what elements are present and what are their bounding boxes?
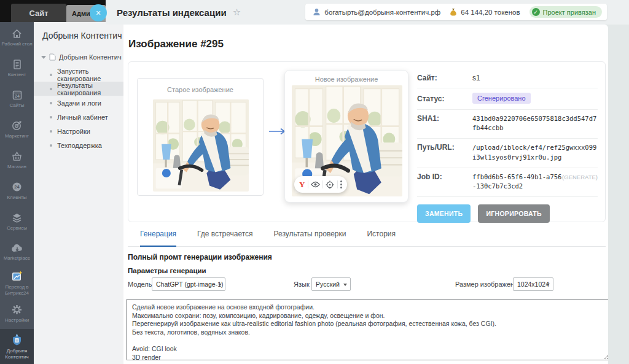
detail-value-site: s1 [472,74,598,82]
sidebar-item-label: Клиенты [6,195,28,201]
tab-generation[interactable]: Генерация [140,230,176,247]
layers-icon [11,212,23,223]
menu-item-support[interactable]: Техподдержка [34,138,123,152]
close-tab-button[interactable]: × [90,4,107,21]
bitrix24-transition-icon [11,270,23,282]
menu-item-tasks-logs[interactable]: Задачи и логи [34,96,123,110]
sidebar-item-desktop[interactable]: Рабочий стол [0,22,34,53]
user-email: богатырть@добрыня-контентич.рф [324,9,440,16]
image-heading: Изображение #295 [128,38,224,50]
sidebar-item-label: Магазин [6,164,28,170]
svg-text:24: 24 [14,184,20,190]
menu-item-scan-results[interactable]: Результаты сканирования [34,82,123,96]
bullet-icon [50,102,52,104]
menu-item-run-scan[interactable]: Запустить сканирование [34,68,123,82]
page-icon [49,53,56,61]
sidebar-item-dobrynya[interactable]: Добрыня Контентич [0,329,34,364]
tab-site-label: Сайт [29,9,48,18]
sidebar-item-settings[interactable]: Настройки [0,298,34,329]
detail-row-jobid: Job ID: ffb0d6b5-65f6-49b1-a756-130c7b7c… [417,168,598,197]
sidebar-item-marketplace[interactable]: Marketplace [0,237,34,268]
sidebar-item-sites[interactable]: 24 Сайты [0,83,34,114]
divider [337,180,338,188]
generation-params-form: Модель ChatGPT (gpt-image-1) Язык Русски… [126,277,605,292]
token-balance-text: 64 144,20 токенов [461,9,520,16]
main-sidebar: Рабочий стол Контент 24 Сайты Маркетинг … [0,22,34,364]
tab-site[interactable]: Сайт [11,4,66,22]
chevron-down-icon [343,284,347,286]
tab-occurrences[interactable]: Где встречается [197,230,252,246]
yandex-icon[interactable]: Y [299,180,305,190]
sidebar-item-label: Настройки [4,317,30,323]
svg-text:24: 24 [15,94,20,98]
old-image-card: Старое изображение [137,78,264,196]
photo-illustration [153,99,249,192]
language-select[interactable]: Русский [311,277,351,291]
bullet-icon [50,130,52,133]
model-select[interactable]: ChatGPT (gpt-image-1) [152,277,225,291]
kebab-menu-icon[interactable] [340,184,342,185]
basket-icon [11,151,23,162]
size-select[interactable]: 1024x1024 [513,277,553,291]
detail-label-path: Путь/URL: [417,143,472,161]
menu-item-personal[interactable]: Личный кабинет [34,110,123,124]
detail-value-jobid: ffb0d6b5-65f6-49b1-a756-130c7b7c3cd2 [472,172,565,191]
status-badge: Сгенерировано [472,93,531,104]
detail-label-sha1: SHA1: [417,114,472,133]
chevron-down-icon [218,284,222,286]
sidebar-item-marketing[interactable]: Маркетинг [0,114,34,145]
sidebar-item-services[interactable]: Сервисы [0,206,34,237]
detail-value-sha1: 431bd0a9220706e65075818c3dd547d7fb44ccbb [472,114,598,133]
detail-label-status: Статус: [417,93,472,104]
sidebar-item-label: Сайты [8,103,25,109]
chevron-down-icon [546,284,550,286]
generation-params-title: Параметры генерации [128,267,206,274]
sidebar-item-bitrix24[interactable]: Переход в Битрикс24 [0,268,34,298]
sidebar-item-label: Переход в Битрикс24 [0,284,34,296]
sidebar-item-label: Контент [7,72,28,78]
regenerate-target-icon[interactable] [326,180,334,189]
menu-item-label: Настройки [57,128,90,135]
action-buttons: ЗАМЕНИТЬ ИГНОРИРОВАТЬ [417,204,598,223]
menu-item-label: Техподдержка [57,142,102,149]
size-select-value: 1024x1024 [517,281,549,288]
module-menu: Добрыня Контентич Добрыня Контентич Запу… [34,22,123,364]
close-icon: × [96,8,101,18]
divider [308,180,308,188]
sidebar-item-label: Маркетинг [4,133,30,139]
sidebar-item-shop[interactable]: Магазин [0,145,34,176]
sidebar-item-content[interactable]: Контент [0,53,34,83]
ignore-button[interactable]: ИГНОРИРОВАТЬ [478,204,550,223]
moneybag-icon [450,8,457,16]
menu-root[interactable]: Добрыня Контентич [41,50,123,64]
image-toolbar: Y [294,176,347,193]
user-info-box: богатырть@добрыня-контентич.рф 64 144,20… [305,4,607,20]
bullet-icon [50,88,52,90]
user-account[interactable]: богатырть@добрыня-контентич.рф [313,8,440,16]
sidebar-item-clients[interactable]: 24 Клиенты [0,176,34,206]
bullet-icon [50,74,52,76]
model-select-value: ChatGPT (gpt-image-1) [156,281,224,288]
module-title: Добрыня Контентич [42,31,123,41]
check-icon: ✓ [532,8,540,16]
tab-check-results[interactable]: Результаты проверки [274,230,346,246]
detail-row-site: Сайт: s1 [417,69,598,88]
eye-preview-icon[interactable] [311,181,320,188]
old-image [153,99,249,192]
menu-item-settings[interactable]: Настройки [34,124,123,138]
home-icon [11,28,23,39]
menu-item-label: Личный кабинет [57,114,108,121]
bullet-icon [50,144,52,147]
replace-button[interactable]: ЗАМЕНИТЬ [417,204,471,223]
token-balance[interactable]: 64 144,20 токенов [450,8,520,16]
image-details: Сайт: s1 Статус: Сгенерировано SHA1: 431… [417,69,598,223]
generate-note: (GENERATE) [562,174,598,180]
prompt-textarea[interactable]: Сделай новое изображение на основе входн… [126,299,610,360]
cloud-download-icon [11,244,23,254]
tab-history[interactable]: История [367,230,396,246]
header-bar: Результаты индексации ☆ богатырть@добрын… [106,0,629,25]
favorite-star-icon[interactable]: ☆ [233,7,241,18]
main-content: Изображение #295 Старое изображение [123,25,608,364]
user-icon [313,8,321,16]
collapse-arrow-icon [41,56,46,59]
